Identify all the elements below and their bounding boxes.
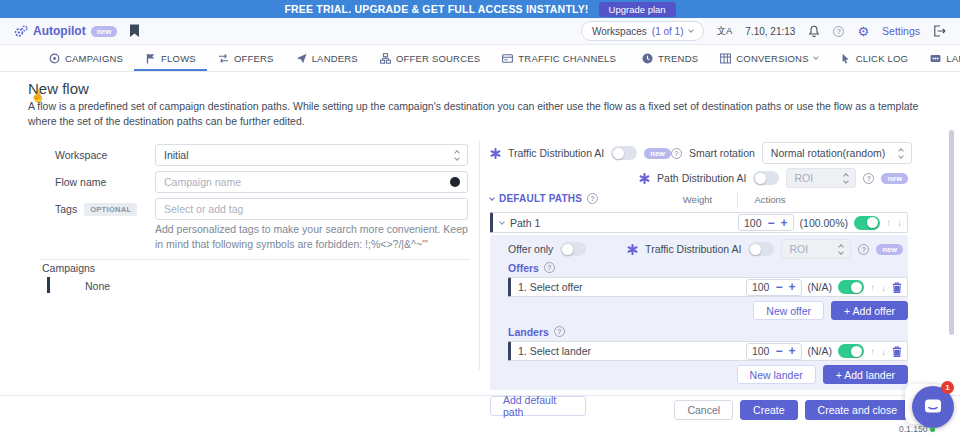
smart-rotation-select[interactable]: Normal rotation(random)	[762, 142, 912, 164]
scrollbar[interactable]	[949, 130, 954, 335]
nav-flows[interactable]: FLOWS	[134, 45, 207, 71]
new-badge: new	[881, 173, 908, 184]
move-up-button[interactable]: ↑	[886, 217, 891, 228]
path-name: Path 1	[510, 217, 540, 229]
weight-value[interactable]: 100	[752, 345, 770, 357]
nav-offer-sources[interactable]: OFFER SOURCES	[369, 45, 491, 71]
nav-label: FLOWS	[161, 53, 196, 64]
lander-select-label[interactable]: 1. Select lander	[518, 345, 591, 357]
bookmark-icon[interactable]	[129, 24, 140, 38]
trash-icon[interactable]	[892, 346, 902, 357]
path-traffic-ai-toggle[interactable]	[748, 242, 774, 256]
nav-label: OFFER SOURCES	[396, 53, 480, 64]
cursor-icon	[840, 53, 851, 64]
minus-button[interactable]: −	[775, 345, 782, 357]
weight-percent: (100.00%)	[800, 217, 848, 229]
cancel-button[interactable]: Cancel	[674, 400, 733, 420]
app-window: FREE TRIAL. UPGRADE & GET FULL ACCESS IN…	[0, 0, 960, 434]
weight-value[interactable]: 100	[744, 217, 762, 229]
plus-button[interactable]: +	[781, 217, 788, 229]
page-description: A flow is a predefined set of campaign d…	[28, 99, 936, 129]
nav-campaigns[interactable]: CAMPAIGNS	[38, 45, 134, 71]
path-ai-toggle[interactable]	[753, 171, 779, 185]
help-icon[interactable]: ?	[863, 173, 874, 184]
path-name-toggle[interactable]: Path 1	[500, 217, 540, 229]
help-icon[interactable]: ?	[587, 193, 598, 204]
path-traffic-ai-group: Traffic Distribution AI ROI ? new	[627, 239, 903, 259]
flow-name-wrap	[155, 171, 468, 193]
nav-conversions[interactable]: CONVERSIONS	[709, 45, 828, 71]
tags-label: Tags OPTIONAL	[55, 203, 137, 216]
nav-languages[interactable]: LANGUAGES	[919, 45, 960, 71]
paths-columns-header: DEFAULT PATHS ? Weight Actions	[490, 193, 908, 209]
create-button[interactable]: Create	[740, 400, 798, 420]
plus-button[interactable]: +	[788, 281, 795, 293]
roi-select-disabled[interactable]: ROI	[781, 239, 851, 259]
lander-enabled-toggle[interactable]	[838, 344, 864, 358]
roi-value: ROI	[789, 243, 808, 255]
workspace-select[interactable]: Initial	[155, 144, 468, 166]
minus-button[interactable]: −	[775, 281, 782, 293]
nav-label: LANGUAGES	[946, 53, 960, 64]
nav-label: CONVERSIONS	[736, 53, 808, 64]
roi-select-disabled[interactable]: ROI	[786, 168, 856, 188]
traffic-ai-label: Traffic Distribution AI	[508, 147, 604, 159]
settings-link[interactable]: Settings	[882, 25, 920, 37]
logo[interactable]: Autopilot new	[14, 24, 117, 38]
offer-select-label[interactable]: 1. Select offer	[518, 281, 583, 293]
nav-offers[interactable]: OFFERS	[207, 45, 285, 71]
new-lander-button[interactable]: New lander	[737, 365, 816, 384]
nav-landers[interactable]: LANDERS	[285, 45, 369, 71]
help-icon[interactable]: ?	[833, 26, 844, 37]
plus-button[interactable]: +	[788, 345, 795, 357]
move-down-button[interactable]: ↓	[881, 282, 886, 293]
move-up-button[interactable]: ↑	[870, 282, 875, 293]
bell-icon[interactable]	[808, 25, 820, 38]
add-default-path-button[interactable]: Add default path	[490, 396, 586, 416]
offer-only-toggle[interactable]	[560, 242, 586, 256]
move-down-button[interactable]: ↓	[897, 217, 902, 228]
offers-buttons: New offer + Add offer	[508, 301, 908, 320]
add-offer-button[interactable]: + Add offer	[831, 301, 908, 320]
path-enabled-toggle[interactable]	[854, 216, 880, 230]
offer-only-group: Offer only	[508, 242, 586, 256]
workspace-row: Workspace Initial	[55, 144, 470, 166]
minus-button[interactable]: −	[768, 217, 775, 229]
move-up-button[interactable]: ↑	[870, 346, 875, 357]
column-divider	[737, 193, 738, 207]
help-icon[interactable]: ?	[554, 326, 565, 337]
new-badge: new	[876, 244, 903, 255]
add-lander-button[interactable]: + Add lander	[823, 365, 908, 384]
nav-trends[interactable]: TRENDS	[631, 45, 709, 71]
flow-name-input[interactable]	[155, 171, 468, 193]
gear-icon[interactable]: ⚙	[857, 25, 869, 38]
new-badge: new	[644, 148, 671, 159]
help-icon[interactable]: ?	[544, 262, 555, 273]
nav-label: TRAFFIC CHANNELS	[518, 53, 616, 64]
chat-unread-badge: 1	[941, 381, 954, 394]
nav-click-log[interactable]: CLICK LOG	[829, 45, 919, 71]
traffic-ai-toggle[interactable]	[611, 146, 637, 160]
nav-traffic-channels[interactable]: TRAFFIC CHANNELS	[491, 45, 627, 71]
weight-value[interactable]: 100	[752, 281, 770, 293]
help-icon[interactable]: ?	[858, 244, 869, 255]
trial-banner-text: FREE TRIAL. UPGRADE & GET FULL ACCESS IN…	[284, 3, 588, 15]
create-and-close-button[interactable]: Create and close	[805, 400, 910, 420]
shuffle-icon	[218, 53, 229, 64]
new-offer-button[interactable]: New offer	[753, 301, 824, 320]
offer-enabled-toggle[interactable]	[838, 280, 864, 294]
upgrade-plan-button[interactable]: Upgrade plan	[599, 2, 676, 17]
workspaces-selector[interactable]: Workspaces (1 of 1)	[581, 21, 704, 41]
translate-icon[interactable]: 文A	[717, 25, 733, 38]
logout-icon[interactable]	[933, 25, 946, 37]
path-ai-row: Path Distribution AI ROI ? new	[490, 168, 908, 188]
trash-icon[interactable]	[892, 282, 902, 293]
help-icon[interactable]: ?	[671, 148, 682, 159]
actions-column-header: Actions	[740, 194, 800, 205]
traffic-ai-group: Traffic Distribution AI new	[490, 146, 671, 160]
move-down-button[interactable]: ↓	[881, 346, 886, 357]
ai-sparkle-icon	[490, 148, 501, 159]
flow-color-dot[interactable]	[450, 177, 460, 187]
tags-input[interactable]	[155, 198, 468, 220]
header-right-cluster: Workspaces (1 of 1) 文A 7.10, 21:13 ? ⚙ S…	[581, 21, 946, 41]
